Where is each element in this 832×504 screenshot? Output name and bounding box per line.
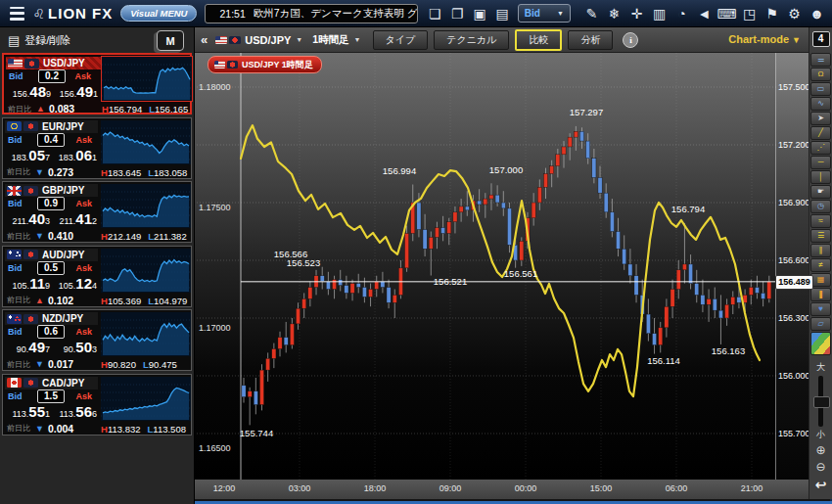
vertical-line-icon[interactable]: │ [810,170,831,184]
bid-price-button[interactable]: 183.057 [7,147,50,162]
au-flag-icon [7,250,22,259]
chart-tab-2[interactable]: 比較 [515,29,562,51]
jp-flag-icon [24,59,39,69]
time-cycle-icon[interactable]: ◷ [810,200,831,213]
candle-width-slider[interactable] [818,376,823,427]
waveform-icon[interactable]: ∿ [810,97,831,111]
bar-count-icon[interactable]: ▦ [810,273,831,287]
draw-icon[interactable]: ✎ [580,4,603,23]
bid-label: Bid [8,263,23,273]
undo-icon[interactable]: ↩ [812,477,830,492]
news-ticker[interactable]: 21:51 欧州7カ国、デンマーク支持表明 グリーンランド問題で [205,4,417,23]
panel-icon[interactable]: ⚌ [810,53,831,67]
ask-price-button[interactable]: 90.503 [54,339,97,354]
gear-icon[interactable]: ⚙ [783,4,806,23]
pair-panel-gbp-jpy[interactable]: GBP/JPYBid0.9Ask211.403211.412前日比▼0.410H… [2,181,192,243]
monitor-icon[interactable]: ▭ [810,82,831,96]
bid-label: Bid [8,199,23,208]
grid-layout-button[interactable]: 4 [812,31,830,47]
pair-panel-cad-jpy[interactable]: CAD/JPYBid1.5Ask113.551113.566前日比▼0.004H… [2,374,192,435]
favorite-icon[interactable]: ♥ [810,302,831,316]
mode-m-button[interactable]: M [157,30,184,51]
visual-menu-button[interactable]: Visual MENU [120,5,197,22]
zoom-out-icon[interactable]: ⊖ [813,460,829,475]
candle-chart-icon[interactable]: ▥ [648,4,670,23]
cursor-icon[interactable]: ➤ [810,112,831,125]
pair-panel-eur-jpy[interactable]: EUR/JPYBid0.4Ask183.057183.061前日比▼0.273H… [2,117,192,179]
snowflake-icon[interactable]: ❄ [603,4,625,23]
mini-chart[interactable] [101,249,191,293]
ask-price-button[interactable]: 211.412 [54,210,97,226]
menu-hamburger-icon[interactable] [10,7,24,21]
mini-chart[interactable] [101,377,191,421]
time-axis-tick: 21:00 [741,483,763,493]
candlestick-chart[interactable]: 1.180001.175001.170001.16500155.744156.5… [195,53,776,480]
eraser-icon[interactable]: ▱ [810,317,831,331]
chart-tab-0[interactable]: タイプ [373,30,429,50]
ask-price-button[interactable]: 113.566 [54,403,97,419]
zigzag-icon[interactable]: ≈ [810,214,831,228]
print-icon[interactable]: ▤ [491,4,514,23]
mini-chart[interactable] [101,184,191,228]
down-triangle-icon: ▼ [35,231,44,241]
target-icon[interactable]: ✛ [625,4,648,23]
chart-pair-select[interactable]: USD/JPY [245,34,291,46]
chart-tab-1[interactable]: テクニカル [434,30,509,50]
daily-change: 前日比▼0.410 [7,230,73,242]
time-axis[interactable]: 12:0003:0018:0009:0000:0015:0006:0021:00 [195,480,809,499]
collapse-chevron-icon[interactable]: « [201,32,208,47]
alert-bell-icon[interactable]: Ω [810,68,831,81]
timeframe-select[interactable]: 1時間足 [312,33,348,47]
ask-label: Ask [74,71,91,81]
pair-panel-nzd-jpy[interactable]: NZD/JPYBid0.6Ask90.49790.503前日比▼0.017H90… [2,309,192,371]
chart-tab-3[interactable]: 分析 [568,30,613,50]
import-icon[interactable]: ❐ [446,4,469,23]
speaker-icon[interactable]: ◄ [693,4,716,23]
slider-handle[interactable] [813,396,830,408]
chevron-down-icon[interactable]: ▼ [296,36,302,43]
mini-chart[interactable] [101,312,191,356]
channel-icon[interactable]: ∥ [810,244,831,257]
bid-price-button[interactable]: 90.497 [7,339,50,354]
price-axis[interactable]: 157.500157.200156.900156.600156.300156.0… [776,53,809,480]
account-icon[interactable]: ☻ [806,4,828,23]
pair-panel-usd-jpy[interactable]: USD/JPYBid0.2Ask156.489156.491前日比▲0.083H… [2,53,192,115]
daily-change: 前日比▼0.017 [7,358,73,370]
pair-panel-aud-jpy[interactable]: AUD/JPYBid0.5Ask105.119105.124前日比▲0.102H… [2,246,192,307]
save-icon[interactable]: ▣ [469,4,491,23]
bid-price-button[interactable]: 113.551 [7,403,50,419]
popup-chart-icon[interactable]: ◳ [738,4,761,23]
bid-price-button[interactable]: 211.403 [7,210,50,226]
flag-tool-icon[interactable]: ⚑ [761,4,783,23]
horizontal-line-icon[interactable]: ─ [810,156,831,169]
zoom-in-icon[interactable]: ⊕ [813,443,829,458]
rate-type-dropdown[interactable]: Bid ▼ [518,4,571,23]
candle-tool-icon[interactable]: ❚ [810,288,831,301]
chart-pair-badge[interactable]: USD/JPY 1時間足 [208,56,322,73]
palette-icon[interactable] [810,332,831,355]
keyboard-icon[interactable]: ⌨ [716,4,738,23]
spread-value: 0.5 [37,261,65,275]
bid-price-button[interactable]: 156.489 [8,83,51,99]
svg-text:1.17000: 1.17000 [199,323,231,333]
trendline-icon[interactable]: ╱ [810,126,831,140]
chart-mode-dropdown[interactable]: Chart-mode ▼ [728,33,801,45]
mini-chart[interactable] [102,57,192,101]
clock-icon[interactable]: ◔ [670,4,693,23]
chart-toolbar: « USD/JPY ▼ 1時間足 ▼ タイプテクニカル比較分析 i Chart-… [195,27,809,53]
mini-chart[interactable] [101,120,191,164]
chevron-down-icon[interactable]: ▼ [354,36,361,43]
fibonacci-icon[interactable]: ☰ [810,229,831,243]
new-report-icon[interactable]: ❏ [424,4,446,23]
bid-price-button[interactable]: 105.119 [7,275,50,291]
segment-icon[interactable]: ⋰ [810,141,831,155]
gann-icon[interactable]: ≠ [810,258,831,272]
ask-price-button[interactable]: 156.491 [55,83,98,99]
ask-price-button[interactable]: 105.124 [54,275,97,291]
ask-price-button[interactable]: 183.061 [54,147,97,162]
price-axis-tick: 157.500 [778,82,810,92]
svg-text:157.297: 157.297 [570,107,603,117]
register-delete-label[interactable]: 登録/削除 [24,33,70,48]
info-icon[interactable]: i [623,32,638,48]
pointer-hand-icon[interactable]: ☛ [810,185,831,199]
